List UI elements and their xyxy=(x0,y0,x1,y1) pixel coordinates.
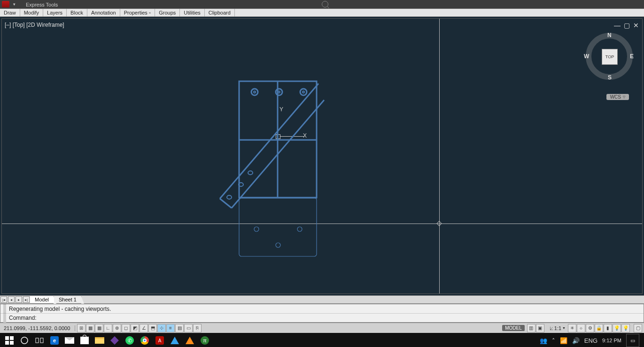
action-center-icon[interactable]: ▭ xyxy=(626,334,639,347)
viewcube-west[interactable]: W xyxy=(584,53,589,60)
viewcube-south[interactable]: S xyxy=(608,74,612,81)
annovis-icon[interactable]: ✳ xyxy=(568,324,576,332)
viewcube-north[interactable]: N xyxy=(607,32,612,39)
ribbon-panel-utilities[interactable]: Utilities xyxy=(180,9,204,16)
modelspace-toggle[interactable]: MODEL xyxy=(502,325,525,331)
toolbar-lock-icon[interactable]: 🔒 xyxy=(595,324,603,332)
clean-screen-icon[interactable]: ▢ xyxy=(634,324,642,332)
workspace-icon[interactable]: ⚙ xyxy=(586,324,594,332)
taskbar-app-vs[interactable] xyxy=(107,333,122,347)
ribbon-panel-draw[interactable]: Draw xyxy=(0,9,20,16)
annoauto-icon[interactable]: ⟐ xyxy=(577,324,585,332)
ribbon-panel-bar: DrawModifyLayersBlockAnnotationPropertie… xyxy=(0,8,644,17)
svg-point-7 xyxy=(300,89,307,95)
status-toggle-grid[interactable]: ▦ xyxy=(95,324,103,332)
wcs-label: WCS xyxy=(610,94,621,100)
svg-point-18 xyxy=(297,227,302,231)
maximize-icon[interactable]: ▢ xyxy=(623,22,630,29)
command-input[interactable] xyxy=(39,315,641,321)
quickview-icon[interactable]: ▣ xyxy=(536,324,544,332)
qat-dropdown-icon[interactable]: ▾ xyxy=(13,2,16,7)
ribbon-panel-layers[interactable]: Layers xyxy=(43,9,67,16)
taskview-button[interactable] xyxy=(32,333,47,347)
minimize-icon[interactable]: — xyxy=(614,22,621,29)
annotation-scale[interactable]: ⟀ 1:1 ▼ xyxy=(548,325,567,331)
taskbar-app-generic2[interactable] xyxy=(182,333,197,347)
status-toggle-polar[interactable]: ⊕ xyxy=(113,324,121,332)
chevron-down-icon: ▽ xyxy=(623,95,625,99)
svg-point-17 xyxy=(254,227,259,231)
cortana-button[interactable] xyxy=(17,333,32,347)
taskbar-app-pi[interactable]: π xyxy=(197,333,212,347)
taskbar-app-mail[interactable] xyxy=(62,333,77,347)
layout-tab-model[interactable]: Model xyxy=(30,296,54,303)
viewcube-face[interactable]: TOP xyxy=(602,49,618,65)
app-menu-icon[interactable] xyxy=(2,1,9,8)
svg-point-14 xyxy=(248,171,253,175)
start-button[interactable] xyxy=(2,333,17,347)
viewcube-east[interactable]: E xyxy=(630,53,634,60)
command-drag-handle[interactable] xyxy=(3,304,6,314)
command-drag-handle-2[interactable] xyxy=(3,313,6,323)
status-toggle-lwt[interactable]: ≡ xyxy=(166,324,175,332)
ribbon-panel-annotation[interactable]: Annotation xyxy=(87,9,120,16)
taskbar-app-whatsapp[interactable]: ✆ xyxy=(122,333,137,347)
wcs-dropdown[interactable]: WCS ▽ xyxy=(606,94,629,100)
crosshair-vertical xyxy=(439,19,440,293)
taskbar-app-generic1[interactable] xyxy=(167,333,182,347)
status-toggle-qp[interactable]: ▭ xyxy=(184,324,193,332)
ribbon-panel-groups[interactable]: Groups xyxy=(155,9,180,16)
layout-nav-prev[interactable]: ◂ xyxy=(8,296,15,303)
windows-taskbar: e ✆ A π 👥 ˄ 📶 🔊 ENG 9:12 PM ▭ xyxy=(0,333,644,347)
layout-tab-sheet-1[interactable]: Sheet 1 xyxy=(54,296,82,303)
status-toggle-otrack[interactable]: ∠ xyxy=(140,324,148,332)
status-toggle-ducs[interactable]: ⬒ xyxy=(148,324,157,332)
svg-point-6 xyxy=(278,91,280,93)
taskbar-app-acrobat[interactable]: A xyxy=(152,333,167,347)
ribbon-tab-express-tools[interactable]: Express Tools xyxy=(21,1,62,8)
layout-tab-bar: |◂ ◂ ▸ ▸| ModelSheet 1 xyxy=(0,295,644,304)
isolate-icon[interactable]: 💡 xyxy=(613,324,621,332)
svg-rect-21 xyxy=(10,336,14,340)
status-bar: 211.0999, -111.5592, 0.0000 ⊞▦▦∟⊕◻◩∠⬒⊹≡▤… xyxy=(0,323,644,333)
language-indicator[interactable]: ENG xyxy=(584,337,597,344)
taskbar-app-explorer[interactable] xyxy=(92,333,107,347)
hardware-accel-icon[interactable]: ▮ xyxy=(604,324,612,332)
drawing-viewport[interactable]: [–] [Top] [2D Wireframe] — ▢ ✕ Y X TOP N… xyxy=(1,18,643,294)
status-toggle-osnap[interactable]: ◻ xyxy=(122,324,130,332)
layout-nav-next[interactable]: ▸ xyxy=(16,296,22,303)
wifi-icon[interactable]: 📶 xyxy=(560,337,567,344)
layout-nav-first[interactable]: |◂ xyxy=(0,296,7,303)
status-toggle-infer[interactable]: ⊞ xyxy=(77,324,85,332)
ribbon-panel-modify[interactable]: Modify xyxy=(20,9,43,16)
status-toggle-ortho[interactable]: ∟ xyxy=(104,324,112,332)
search-icon[interactable] xyxy=(322,1,328,8)
ribbon-panel-clipboard[interactable]: Clipboard xyxy=(205,9,235,16)
isolate-icon-2[interactable]: 💡 xyxy=(621,324,630,332)
viewcube[interactable]: TOP N S E W xyxy=(586,33,633,80)
status-toggle-3dosnap[interactable]: ◩ xyxy=(131,324,139,332)
taskbar-app-store[interactable] xyxy=(77,333,92,347)
chevron-up-icon[interactable]: ˄ xyxy=(552,337,555,344)
command-prompt-label: Command: xyxy=(9,315,37,321)
coordinate-readout[interactable]: 211.0999, -111.5592, 0.0000 xyxy=(0,325,75,331)
layout-nav-last[interactable]: ▸| xyxy=(23,296,30,303)
status-toggle-tpy[interactable]: ▤ xyxy=(175,324,184,332)
ribbon-panel-properties[interactable]: Properties» xyxy=(120,9,155,16)
status-toggle-sc[interactable]: ⎘ xyxy=(193,324,202,332)
taskbar-clock[interactable]: 9:12 PM xyxy=(602,338,621,343)
taskbar-app-chrome[interactable] xyxy=(137,333,152,347)
status-toggle-snap[interactable]: ▦ xyxy=(86,324,94,332)
ribbon-panel-block[interactable]: Block xyxy=(67,9,87,16)
svg-line-11 xyxy=(220,199,232,208)
svg-point-8 xyxy=(303,91,304,93)
svg-point-3 xyxy=(251,89,258,95)
people-icon[interactable]: 👥 xyxy=(540,337,547,344)
model-layout-icon[interactable]: ▥ xyxy=(527,324,535,332)
status-toggle-dyn[interactable]: ⊹ xyxy=(157,324,166,332)
viewport-label[interactable]: [–] [Top] [2D Wireframe] xyxy=(5,22,64,28)
chevron-down-icon: ▼ xyxy=(562,326,566,330)
taskbar-app-edge[interactable]: e xyxy=(47,333,62,347)
sound-icon[interactable]: 🔊 xyxy=(572,337,580,344)
close-icon[interactable]: ✕ xyxy=(633,22,639,29)
